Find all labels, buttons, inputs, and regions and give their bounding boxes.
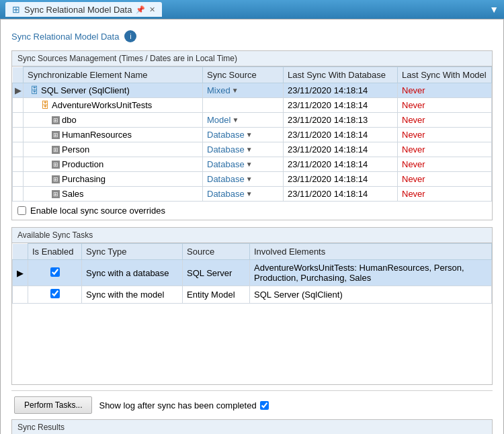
col-name-header: Synchronizable Element Name <box>24 67 203 83</box>
col-source-header: Source <box>183 244 250 260</box>
task-source-cell: SQL Server <box>183 260 250 286</box>
sync-results-header: Sync Results <box>12 420 492 434</box>
sync-source-name-cell: 🗄AdventureWorksUnitTests <box>24 98 203 113</box>
sync-source-row[interactable]: ⊞dboModel▼23/11/2020 14:18:13Never <box>13 113 492 128</box>
task-enabled-cell[interactable] <box>28 286 82 304</box>
sync-source-row[interactable]: ▶🗄SQL Server (SqlClient)Mixed▼23/11/2020… <box>13 83 492 98</box>
last-sync-model-cell: Never <box>398 128 492 142</box>
sync-source-type-cell: Mixed▼ <box>203 83 284 98</box>
last-sync-db-cell: 23/11/2020 14:18:14 <box>284 142 398 157</box>
last-sync-db-cell: 23/11/2020 14:18:13 <box>284 113 398 128</box>
local-override-label: Enable local sync source overrides <box>30 206 165 216</box>
available-tasks-section: Available Sync Tasks Is Enabled Sync Typ… <box>11 227 493 385</box>
task-involved-cell: AdventureWorksUnitTests: HumanResources,… <box>250 260 492 286</box>
col-syncsource-header: Sync Source <box>203 67 284 83</box>
col-synctype-header: Sync Type <box>82 244 183 260</box>
tab-icon: ⊞ <box>12 4 20 15</box>
last-sync-model-cell: Never <box>398 157 492 172</box>
row-marker-cell: ▶ <box>13 83 24 98</box>
task-enabled-checkbox[interactable] <box>50 289 60 298</box>
row-marker-cell <box>13 187 24 202</box>
sync-results-section: Sync Results Last sync in this session s… <box>11 419 493 434</box>
last-sync-db-cell: 23/11/2020 14:18:14 <box>284 157 398 172</box>
show-log-row: Show log after sync has been completed <box>99 400 268 410</box>
row-marker-cell <box>13 157 24 172</box>
task-synctype-cell: Sync with a database <box>82 260 183 286</box>
tasks-table: Is Enabled Sync Type Source Involved Ele… <box>12 243 492 304</box>
col-involved-header: Involved Elements <box>250 244 492 260</box>
task-synctype-cell: Sync with the model <box>82 286 183 304</box>
sync-source-dropdown[interactable]: ▼ <box>232 116 239 124</box>
sync-source-type-cell <box>203 98 284 113</box>
last-sync-db-cell: 23/11/2020 14:18:14 <box>284 128 398 142</box>
last-sync-model-cell: Never <box>398 142 492 157</box>
sync-source-dropdown[interactable]: ▼ <box>246 146 253 153</box>
local-override-checkbox[interactable] <box>17 206 26 215</box>
sync-source-name-cell: ⊞Production <box>24 157 203 172</box>
sync-source-row[interactable]: ⊞HumanResourcesDatabase▼23/11/2020 14:18… <box>13 128 492 142</box>
task-row[interactable]: ▶Sync with a databaseSQL ServerAdventure… <box>13 260 492 286</box>
title-bar: ⊞ Sync Relational Model Data 📌 ✕ ▼ <box>0 0 504 19</box>
local-override-checkbox-row: Enable local sync source overrides <box>12 202 492 220</box>
database-icon: 🗄 <box>30 85 39 95</box>
schema-icon: ⊞ <box>52 190 60 198</box>
available-tasks-header: Available Sync Tasks <box>12 228 492 243</box>
sync-source-dropdown[interactable]: ▼ <box>246 131 253 138</box>
bottom-bar: Perform Tasks... Show log after sync has… <box>11 390 493 419</box>
row-marker-cell <box>13 142 24 157</box>
task-row-marker <box>13 286 28 304</box>
sync-source-dropdown[interactable]: ▼ <box>246 175 253 183</box>
sync-source-row[interactable]: ⊞SalesDatabase▼23/11/2020 14:18:14Never <box>13 187 492 202</box>
scroll-arrow-icon[interactable]: ▼ <box>489 4 499 15</box>
tab-pin: 📌 <box>136 5 145 14</box>
task-row-marker: ▶ <box>13 260 28 286</box>
task-enabled-checkbox[interactable] <box>50 267 60 277</box>
sync-source-row[interactable]: ⊞ProductionDatabase▼23/11/2020 14:18:14N… <box>13 157 492 172</box>
col-lastdb-header: Last Sync With Database <box>284 67 398 83</box>
sync-source-type-cell: Database▼ <box>203 157 284 172</box>
show-log-checkbox[interactable] <box>260 401 269 410</box>
row-marker-cell <box>13 172 24 187</box>
sync-source-dropdown[interactable]: ▼ <box>232 87 239 94</box>
sync-source-name-cell: ⊞dbo <box>24 113 203 128</box>
last-sync-model-cell: Never <box>398 83 492 98</box>
show-log-label-text: Show log after sync has been completed <box>99 400 256 410</box>
sync-source-type-cell: Model▼ <box>203 113 284 128</box>
last-sync-db-cell: 23/11/2020 14:18:14 <box>284 187 398 202</box>
sync-source-row[interactable]: ⊞PersonDatabase▼23/11/2020 14:18:14Never <box>13 142 492 157</box>
row-marker-cell <box>13 113 24 128</box>
sync-sources-section: Sync Sources Management (Times / Dates a… <box>11 50 493 220</box>
title-tab[interactable]: ⊞ Sync Relational Model Data 📌 ✕ <box>5 2 162 17</box>
sync-source-row[interactable]: 🗄AdventureWorksUnitTests23/11/2020 14:18… <box>13 98 492 113</box>
last-sync-model-cell: Never <box>398 172 492 187</box>
schema-icon: ⊞ <box>52 161 60 169</box>
sync-source-name-cell: 🗄SQL Server (SqlClient) <box>24 83 203 98</box>
info-icon[interactable]: i <box>124 30 136 42</box>
tab-close-button[interactable]: ✕ <box>149 5 155 14</box>
col-isenabled-header: Is Enabled <box>28 244 82 260</box>
sync-source-row[interactable]: ⊞PurchasingDatabase▼23/11/2020 14:18:14N… <box>13 172 492 187</box>
task-source-cell: Entity Model <box>183 286 250 304</box>
schema-icon: ⊞ <box>52 131 60 139</box>
sync-source-name-cell: ⊞Sales <box>24 187 203 202</box>
task-involved-cell: SQL Server (SqlClient) <box>250 286 492 304</box>
row-marker-cell <box>13 128 24 142</box>
row-marker-cell <box>13 98 24 113</box>
sync-source-type-cell: Database▼ <box>203 142 284 157</box>
task-row[interactable]: Sync with the modelEntity ModelSQL Serve… <box>13 286 492 304</box>
schema-icon: ⊞ <box>52 146 60 154</box>
perform-tasks-button[interactable]: Perform Tasks... <box>14 396 92 414</box>
last-sync-model-cell: Never <box>398 98 492 113</box>
sync-source-name-cell: ⊞Purchasing <box>24 172 203 187</box>
sync-source-dropdown[interactable]: ▼ <box>246 161 253 168</box>
sync-source-dropdown[interactable]: ▼ <box>246 190 253 198</box>
sync-source-type-cell: Database▼ <box>203 187 284 202</box>
main-content: Sync Relational Model Data i Sync Source… <box>0 19 504 434</box>
last-sync-db-cell: 23/11/2020 14:18:14 <box>284 98 398 113</box>
tab-label: Sync Relational Model Data <box>24 5 132 15</box>
sync-source-type-cell: Database▼ <box>203 128 284 142</box>
schema-icon: ⊞ <box>52 116 60 124</box>
sync-sources-header: Sync Sources Management (Times / Dates a… <box>12 51 492 67</box>
task-enabled-cell[interactable] <box>28 260 82 286</box>
last-sync-db-cell: 23/11/2020 14:18:14 <box>284 172 398 187</box>
